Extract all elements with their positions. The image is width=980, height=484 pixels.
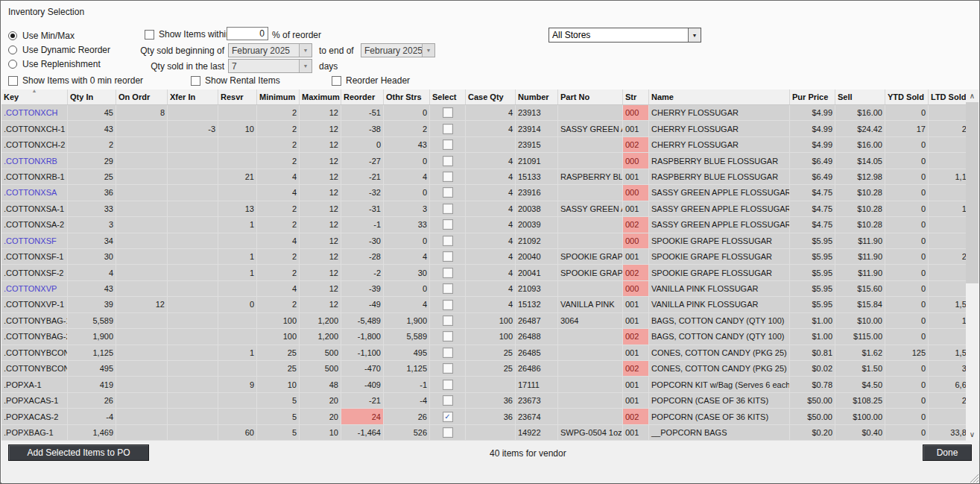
row-select-checkbox[interactable] [443, 219, 453, 230]
cell-part_no [558, 361, 623, 377]
scrollbar-thumb[interactable] [966, 102, 979, 283]
column-header-reorder[interactable]: Reorder [341, 89, 384, 105]
column-header-number[interactable]: Number [516, 89, 558, 105]
column-header-qty_in[interactable]: Qty In [68, 89, 116, 105]
cell-key-link[interactable]: .COTTONXVP [1, 280, 68, 296]
row-select-checkbox[interactable] [443, 300, 453, 310]
table-row[interactable]: .COTTONXSF-1301212-284420040SPOOKIE GRAP… [1, 248, 967, 264]
table-row[interactable]: .COTTONXCH458212-510423913000CHERRY FLOS… [1, 105, 967, 121]
table-row[interactable]: .COTTONXVP-139120212-494415132VANILLA PI… [1, 297, 967, 312]
cell-key-link[interactable]: .COTTONXSF [1, 233, 68, 248]
column-header-part_no[interactable]: Part No [558, 89, 623, 105]
column-header-pur_price[interactable]: Pur Price [790, 89, 835, 105]
table-row[interactable]: .POPXA-141991048-409-117111001POPCORN KI… [1, 377, 967, 392]
cell-name: __POPCORN BAGS [649, 424, 790, 440]
end-month-dropdown[interactable]: February 2025 ▼ [361, 43, 435, 57]
row-select-checkbox[interactable] [443, 348, 453, 358]
show-rental-checkbox[interactable] [191, 76, 200, 86]
table-row[interactable]: .POPXACAS-126520-21-43623673001POPCORN (… [1, 392, 967, 408]
radio-icon[interactable] [8, 45, 17, 54]
last-days-dropdown[interactable]: 7 ▼ [228, 59, 312, 73]
cell-name: POPCORN (CASE OF 36 KITS) [649, 392, 790, 408]
row-select-checkbox[interactable] [443, 268, 453, 278]
cell-key-link[interactable]: .COTTONXSA [1, 185, 68, 201]
vertical-scrollbar[interactable]: ∧ ∨ [966, 89, 979, 441]
cell-key-link[interactable]: .COTTONXCH [1, 105, 68, 121]
store-filter-dropdown[interactable]: All Stores ▼ [549, 28, 701, 43]
row-select-checkbox[interactable] [443, 204, 453, 214]
cell-key-link[interactable]: .COTTONXRB [1, 153, 68, 169]
table-row[interactable]: .POPXACAS-2-45202426✓3623674002POPCORN (… [1, 409, 967, 424]
column-header-maximum[interactable]: Maximum [300, 89, 341, 105]
table-row[interactable]: .COTTONXSA-231212-133420039002SASSY GREE… [1, 217, 967, 233]
table-row[interactable]: .POPXBAG-11,46960510-1,46452614922SWPG-0… [1, 424, 967, 440]
cell-name: SPOOKIE GRAPE FLOSSUGAR [649, 265, 790, 280]
row-select-checkbox[interactable] [443, 395, 453, 406]
radio-option-use-dynamic-reorder[interactable]: Use Dynamic Reorder [8, 43, 110, 57]
row-select-checkbox-checked[interactable]: ✓ [443, 412, 453, 422]
show-items-within-checkbox[interactable] [145, 30, 154, 40]
cell-ltd_sold: 237 [929, 392, 968, 408]
radio-option-use-replenishment[interactable]: Use Replenishment [8, 57, 110, 71]
begin-month-dropdown[interactable]: February 2025 ▼ [228, 43, 312, 57]
scroll-up-icon[interactable]: ∧ [966, 89, 979, 102]
cell-minimum: 5 [257, 424, 300, 440]
table-row[interactable]: .COTTONYBCON-249525500-4701,125252648600… [1, 361, 967, 377]
row-select-checkbox[interactable] [443, 172, 453, 182]
cell-resvr: 1 [218, 345, 257, 360]
row-select-checkbox[interactable] [443, 251, 453, 262]
column-header-resvr[interactable]: Resvr [218, 89, 257, 105]
row-select-checkbox[interactable] [443, 236, 453, 246]
row-select-checkbox[interactable] [443, 107, 453, 118]
scroll-down-icon[interactable]: ∨ [966, 428, 979, 441]
reorder-header-checkbox[interactable] [332, 76, 341, 86]
column-header-key[interactable]: Key▲ [1, 89, 68, 105]
column-header-ytd_sold[interactable]: YTD Sold [885, 89, 929, 105]
row-select-checkbox[interactable] [443, 427, 453, 438]
row-select-checkbox[interactable] [443, 187, 453, 198]
row-select-checkbox[interactable] [443, 315, 453, 326]
cell-ytd_sold: 0 [885, 105, 929, 121]
cell-resvr: 1 [218, 248, 257, 264]
table-row[interactable]: .COTTONXSF34412-300421092000SPOOKIE GRAP… [1, 233, 967, 248]
table-row[interactable]: .COTTONYBAG-21,9001001,200-1,8005,589100… [1, 329, 967, 345]
add-selected-items-button[interactable]: Add Selected Items to PO [8, 444, 149, 461]
column-header-sell[interactable]: Sell [835, 89, 885, 105]
row-select-checkbox[interactable] [443, 283, 453, 294]
table-row[interactable]: .COTTONXRB29212-270421091000RASPBERRY BL… [1, 153, 967, 169]
column-header-ltd_sold[interactable]: LTD Sold [929, 89, 968, 105]
table-row[interactable]: .COTTONXSA36412-320423916000SASSY GREEN … [1, 185, 967, 201]
column-header-name[interactable]: Name [649, 89, 790, 105]
radio-option-use-min-max[interactable]: Use Min/Max [8, 28, 110, 43]
table-row[interactable]: .COTTONXVP43412-390421093000VANILLA PINK… [1, 280, 967, 296]
cell-qty_in: 43 [68, 121, 116, 136]
row-select-checkbox[interactable] [443, 331, 453, 342]
column-header-str[interactable]: Str [623, 89, 649, 105]
cell-sell: $10.28 [835, 185, 885, 201]
column-header-xfer_in[interactable]: Xfer In [168, 89, 218, 105]
row-select-checkbox[interactable] [443, 139, 453, 150]
column-header-minimum[interactable]: Minimum [257, 89, 300, 105]
row-select-checkbox[interactable] [443, 380, 453, 390]
column-header-othr_strs[interactable]: Othr Strs [384, 89, 430, 105]
table-row[interactable]: .COTTONXSA-13313212-313420038SASSY GREEN… [1, 201, 967, 216]
table-row[interactable]: .COTTONXRB-12521412-214415133RASPBERRY B… [1, 169, 967, 184]
row-select-checkbox[interactable] [443, 363, 453, 374]
column-header-select[interactable]: Select [430, 89, 466, 105]
column-header-case_qty[interactable]: Case Qty [466, 89, 516, 105]
table-row[interactable]: .COTTONYBCON-11,125125500-1,100495252648… [1, 345, 967, 360]
show-zero-min-checkbox[interactable] [8, 76, 18, 86]
done-button[interactable]: Done [923, 444, 972, 461]
radio-selected-icon[interactable] [8, 31, 17, 40]
table-row[interactable]: .COTTONXCH-2221204323915002CHERRY FLOSSU… [1, 136, 967, 152]
resize-grip-icon[interactable] [969, 473, 979, 483]
row-select-checkbox[interactable] [443, 124, 453, 134]
row-select-checkbox[interactable] [443, 156, 453, 166]
cell-select [430, 345, 466, 360]
table-row[interactable]: .COTTONXCH-143-310212-382423914SASSY GRE… [1, 121, 967, 136]
percent-of-reorder-input[interactable] [227, 27, 268, 40]
table-row[interactable]: .COTTONYBAG-15,5891001,200-5,4891,900100… [1, 312, 967, 328]
column-header-on_ordr[interactable]: On Ordr [116, 89, 168, 105]
radio-icon[interactable] [8, 60, 17, 69]
table-row[interactable]: .COTTONXSF-241212-230420041SPOOKIE GRAPE… [1, 265, 967, 280]
